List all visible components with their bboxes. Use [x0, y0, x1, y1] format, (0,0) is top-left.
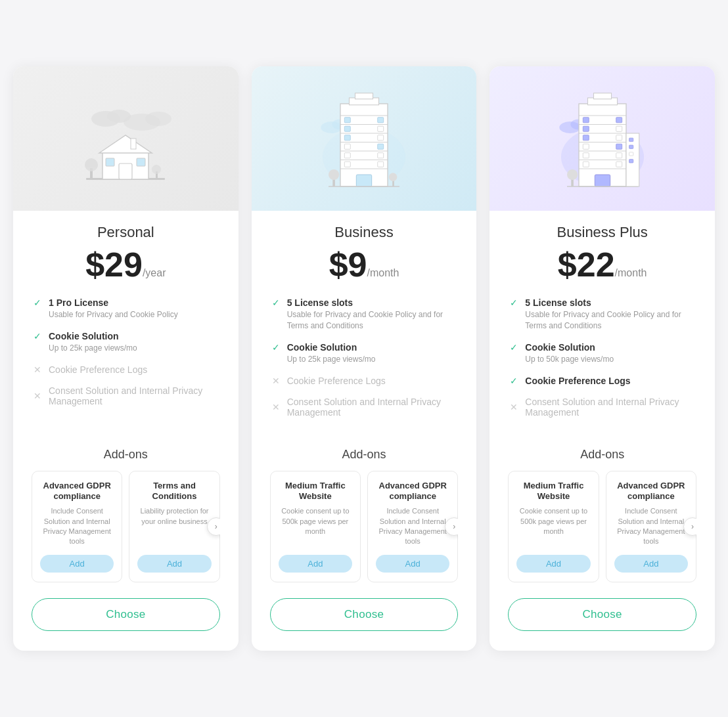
price-amount: $22: [558, 246, 615, 284]
scroll-right-arrow[interactable]: ›: [207, 517, 220, 536]
cross-icon: ✕: [270, 402, 282, 412]
svg-rect-63: [583, 153, 589, 158]
pricing-container: Personal $29/year ✓ 1 Pro License Usable…: [13, 66, 715, 651]
plan-header: [252, 66, 477, 211]
plan-header: [13, 66, 239, 211]
feature-title: Cookie Solution: [525, 342, 595, 353]
svg-rect-8: [106, 158, 114, 166]
svg-rect-71: [595, 175, 610, 186]
addon-desc: Cookie consent up to 500k page views per…: [279, 506, 352, 547]
feature-item: ✕ Consent Solution and Internal Privacy …: [270, 397, 459, 418]
addon-card: Advanced GDPR compliance Include Consent…: [32, 471, 122, 582]
check-icon: ✓: [508, 376, 520, 386]
svg-point-45: [389, 173, 398, 181]
svg-rect-29: [344, 126, 350, 131]
addon-add-button[interactable]: Add: [516, 555, 590, 573]
plan-name: Personal: [32, 224, 220, 241]
svg-rect-36: [378, 135, 384, 141]
plan-body: Business Plus $22/month ✓ 5 License slot…: [489, 211, 715, 582]
features-list: ✓ 1 Pro License Usable for Privacy and C…: [32, 297, 220, 417]
feature-item: ✓ Cookie Preference Logs: [508, 376, 696, 386]
feature-title: Consent Solution and Internal Privacy Ma…: [49, 385, 220, 406]
feature-item: ✕ Consent Solution and Internal Privacy …: [508, 397, 696, 418]
addon-add-button[interactable]: Add: [137, 555, 211, 573]
addons-cards: Medium Traffic Website Cookie consent up…: [270, 471, 459, 582]
cross-icon: ✕: [508, 402, 520, 412]
feature-title: Cookie Solution: [49, 331, 119, 341]
svg-rect-70: [616, 162, 622, 167]
addon-name: Advanced GDPR compliance: [40, 481, 114, 503]
plan-price: $22/month: [508, 248, 696, 282]
svg-rect-67: [616, 135, 622, 141]
choose-button[interactable]: Choose: [32, 598, 220, 631]
plan-body: Personal $29/year ✓ 1 Pro License Usable…: [13, 211, 239, 582]
feature-desc: Up to 25k page views/mo: [49, 343, 220, 354]
svg-rect-65: [616, 118, 622, 123]
addons-scroll: Medium Traffic Website Cookie consent up…: [508, 471, 696, 582]
feature-desc: Up to 50k page views/mo: [525, 354, 696, 365]
check-icon: ✓: [32, 331, 43, 341]
svg-rect-62: [583, 144, 589, 149]
addons-section: Add-ons Advanced GDPR compliance Include…: [32, 441, 220, 582]
feature-title: 5 License slots: [525, 297, 591, 308]
svg-rect-38: [378, 153, 384, 158]
addon-name: Medium Traffic Website: [516, 481, 590, 503]
choose-btn-wrapper: Choose: [489, 582, 715, 631]
price-period: /year: [143, 267, 166, 278]
svg-point-12: [85, 158, 98, 171]
plan-body: Business $9/month ✓ 5 License slots Usab…: [252, 211, 477, 582]
addon-card: Medium Traffic Website Cookie consent up…: [270, 471, 361, 582]
svg-rect-51: [593, 93, 611, 99]
features-list: ✓ 5 License slots Usable for Privacy and…: [508, 297, 696, 427]
feature-item: ✓ Cookie Solution Up to 25k page views/m…: [32, 331, 220, 354]
features-list: ✓ 5 License slots Usable for Privacy and…: [270, 297, 459, 427]
cross-icon: ✕: [32, 364, 43, 375]
scroll-right-arrow[interactable]: ›: [445, 517, 458, 536]
svg-rect-40: [356, 175, 371, 186]
feature-item: ✕ Consent Solution and Internal Privacy …: [32, 385, 220, 406]
svg-rect-66: [616, 126, 622, 131]
plan-card-business: Business $9/month ✓ 5 License slots Usab…: [252, 66, 477, 651]
addons-cards: Advanced GDPR compliance Include Consent…: [32, 471, 220, 582]
scroll-right-arrow[interactable]: ›: [683, 517, 696, 536]
svg-rect-80: [629, 152, 633, 156]
addon-desc: Liability protection for your online bus…: [137, 506, 211, 547]
addon-add-button[interactable]: Add: [40, 555, 114, 573]
addons-title: Add-ons: [32, 448, 220, 462]
plan-card-personal: Personal $29/year ✓ 1 Pro License Usable…: [13, 66, 239, 651]
feature-title: Cookie Preference Logs: [525, 376, 630, 386]
svg-rect-78: [629, 138, 633, 141]
check-icon: ✓: [270, 342, 282, 353]
addon-add-button[interactable]: Add: [614, 555, 688, 573]
addon-add-button[interactable]: Add: [279, 555, 352, 573]
svg-rect-10: [131, 139, 136, 149]
addon-add-button[interactable]: Add: [376, 555, 449, 573]
feature-title: Cookie Solution: [287, 342, 357, 353]
choose-button[interactable]: Choose: [270, 598, 459, 631]
addon-desc: Cookie consent up to 500k page views per…: [516, 506, 590, 547]
feature-title: 5 License slots: [287, 297, 353, 308]
svg-rect-61: [583, 135, 589, 141]
feature-title: Consent Solution and Internal Privacy Ma…: [287, 397, 459, 418]
plan-price: $29/year: [32, 248, 220, 282]
price-period: /month: [615, 267, 647, 278]
svg-point-3: [145, 112, 171, 126]
svg-rect-79: [629, 145, 633, 148]
choose-button[interactable]: Choose: [508, 598, 696, 631]
cross-icon: ✕: [32, 391, 43, 401]
price-amount: $9: [329, 246, 367, 284]
plan-name: Business Plus: [508, 224, 696, 241]
plan-header: [489, 66, 715, 211]
addons-scroll: Advanced GDPR compliance Include Consent…: [32, 471, 220, 582]
check-icon: ✓: [270, 297, 282, 308]
svg-rect-31: [344, 144, 350, 149]
svg-rect-34: [378, 118, 384, 123]
svg-rect-20: [355, 93, 373, 99]
feature-title: Cookie Preference Logs: [49, 364, 147, 375]
addons-title: Add-ons: [270, 448, 459, 462]
check-icon: ✓: [32, 297, 43, 308]
svg-point-14: [152, 165, 161, 174]
svg-rect-35: [378, 126, 384, 131]
cross-icon: ✕: [270, 376, 282, 386]
addon-desc: Include Consent Solution and Internal Pr…: [40, 506, 114, 547]
